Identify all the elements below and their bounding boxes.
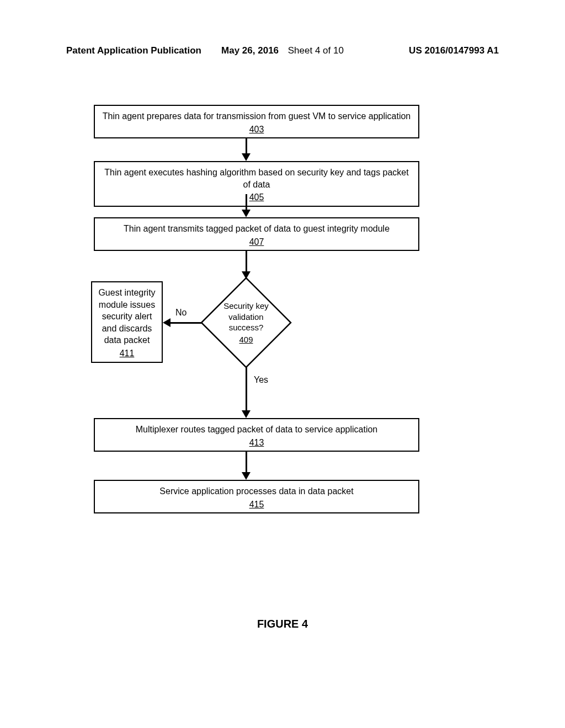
arrow-down-icon bbox=[242, 410, 250, 418]
step-ref: 413 bbox=[249, 437, 264, 449]
decision-text: Security key validation success? bbox=[210, 301, 282, 333]
arrow-down-icon bbox=[242, 210, 250, 217]
step-411: Guest integrity module issues security a… bbox=[91, 281, 163, 363]
arrow-line bbox=[246, 138, 247, 154]
step-ref: 403 bbox=[249, 124, 264, 136]
edge-yes-label: Yes bbox=[254, 375, 268, 385]
step-ref: 415 bbox=[249, 499, 264, 511]
step-text: Guest integrity module issues security a… bbox=[98, 287, 156, 346]
step-ref: 405 bbox=[249, 191, 264, 204]
step-text: Thin agent transmits tagged packet of da… bbox=[100, 223, 413, 235]
header-date: May 26, 2016 bbox=[221, 45, 279, 56]
arrow-left-icon bbox=[163, 318, 170, 327]
step-ref: 411 bbox=[120, 347, 135, 360]
edge-no-label: No bbox=[175, 308, 186, 318]
step-ref: 407 bbox=[249, 236, 264, 248]
step-413: Multiplexer routes tagged packet of data… bbox=[94, 418, 419, 452]
flowchart: Thin agent prepares data for transmissio… bbox=[50, 83, 491, 689]
decision-409: Security key validation success? 409 bbox=[199, 276, 293, 370]
header-right: US 2016/0147993 A1 bbox=[409, 45, 499, 56]
step-403: Thin agent prepares data for transmissio… bbox=[94, 105, 419, 138]
decision-ref: 409 bbox=[239, 334, 253, 345]
arrow-down-icon bbox=[242, 153, 250, 161]
arrow-line bbox=[246, 451, 247, 473]
step-text: Thin agent prepares data for transmissio… bbox=[100, 110, 413, 122]
figure-caption: FIGURE 4 bbox=[0, 618, 565, 630]
arrow-line bbox=[246, 194, 247, 211]
arrow-down-icon bbox=[242, 472, 250, 480]
step-text: Service application processes data in da… bbox=[100, 485, 413, 497]
step-text: Multiplexer routes tagged packet of data… bbox=[100, 424, 413, 436]
step-407: Thin agent transmits tagged packet of da… bbox=[94, 217, 419, 251]
step-text: Thin agent executes hashing algorithm ba… bbox=[100, 167, 413, 190]
arrow-line bbox=[170, 322, 202, 324]
step-405: Thin agent executes hashing algorithm ba… bbox=[94, 161, 419, 207]
header-sheet: Sheet 4 of 10 bbox=[288, 45, 344, 56]
arrow-line bbox=[246, 367, 247, 411]
step-415: Service application processes data in da… bbox=[94, 480, 419, 513]
arrow-line bbox=[246, 250, 247, 272]
